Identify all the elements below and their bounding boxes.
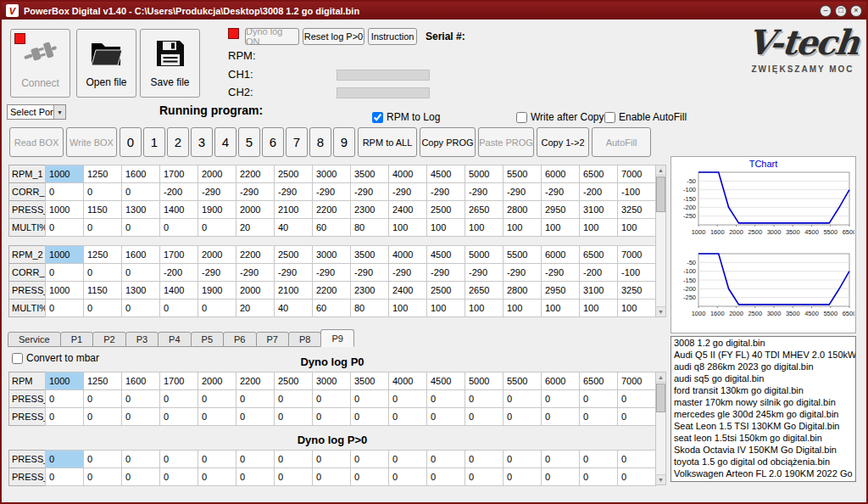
table-cell[interactable]: 2800 [503,281,542,300]
table-cell[interactable]: 1000 [45,165,84,183]
table-cell[interactable]: 1600 [121,372,160,390]
table-cell[interactable]: 0 [45,218,84,237]
table-cell[interactable]: 100 [579,218,618,237]
paste-prog-button[interactable]: Paste PROG [478,127,534,157]
table-cell[interactable]: 3500 [350,245,389,264]
table-cell[interactable]: 100 [426,218,465,237]
table-cell[interactable]: 0 [198,450,236,468]
tab[interactable]: P7 [256,332,289,347]
table-cell[interactable]: 0 [121,450,160,468]
tab[interactable]: P2 [92,332,125,347]
table-cell[interactable]: 100 [617,299,656,317]
table-cell[interactable]: 0 [617,468,656,486]
file-list-item[interactable]: audi sq5 go digital.bin [671,372,855,384]
table-cell[interactable]: 3500 [350,372,389,390]
table-cell[interactable]: 2800 [503,200,542,219]
table-cell[interactable]: 0 [465,468,504,486]
program-digit-button[interactable]: 6 [262,127,284,157]
table-cell[interactable]: 4000 [388,165,427,183]
table-cell[interactable]: 1700 [159,165,198,183]
table-cell[interactable]: 0 [426,450,465,468]
table-cell[interactable]: 4500 [426,372,465,390]
file-list-item[interactable]: Skoda Octavia IV 150KM Go Digital.bin [671,444,855,456]
connect-button[interactable]: Connect [10,29,70,98]
tab[interactable]: P4 [158,332,191,347]
table-cell[interactable]: 60 [312,299,351,317]
table-cell[interactable]: 0 [274,407,313,426]
table-cell[interactable]: 5000 [465,165,504,183]
table-cell[interactable]: 0 [83,468,122,486]
table-cell[interactable]: 0 [83,299,122,317]
table-cell[interactable]: 2400 [388,200,427,219]
table-cell[interactable]: -100 [617,263,656,282]
rpm-to-log-input[interactable] [372,112,383,123]
scroll-down-icon[interactable]: ▼ [656,474,665,484]
table-cell[interactable]: 1700 [159,372,198,390]
rpm-to-log-checkbox[interactable]: RPM to Log [372,111,440,123]
table-cell[interactable]: 0 [159,389,198,408]
table-cell[interactable]: -200 [159,182,198,201]
file-list-item[interactable]: master 170km nowy silnik go digital.bin [671,396,855,408]
table-cell[interactable]: 100 [503,218,542,237]
table-cell[interactable]: 0 [121,389,160,408]
table-cell[interactable]: 2500 [274,165,313,183]
table-cell[interactable]: 0 [350,389,389,408]
table-cell[interactable]: 0 [350,407,389,426]
table-cell[interactable]: 0 [45,299,84,317]
table-cell[interactable]: 2950 [541,200,580,219]
table-cell[interactable]: 0 [159,218,198,237]
table-cell[interactable]: 0 [121,182,160,201]
table-cell[interactable]: 3100 [579,200,618,219]
table-cell[interactable]: 0 [159,450,198,468]
table-cell[interactable]: -100 [617,182,656,201]
table-cell[interactable]: -290 [198,263,236,282]
select-port-dropdown[interactable]: Select Port ▼ [7,104,66,120]
table-cell[interactable]: 0 [312,407,351,426]
tab[interactable]: P6 [223,332,256,347]
table-cell[interactable]: -290 [541,182,580,201]
table-cell[interactable]: 1000 [45,281,84,300]
table-cell[interactable]: -290 [388,263,427,282]
program-digit-button[interactable]: 7 [286,127,308,157]
table-cell[interactable]: 0 [579,450,618,468]
table-cell[interactable]: 0 [503,450,542,468]
table-cell[interactable]: -290 [541,263,580,282]
table-cell[interactable]: 1150 [83,281,122,300]
table-cell[interactable]: 1900 [198,200,236,219]
table-cell[interactable]: 3250 [617,200,656,219]
table-cell[interactable]: 1150 [83,200,122,219]
table-cell[interactable]: 0 [121,468,160,486]
table-cell[interactable]: 100 [388,299,427,317]
table-cell[interactable]: 5000 [465,372,504,390]
table-cell[interactable]: 0 [236,407,275,426]
program-digit-button[interactable]: 1 [143,127,165,157]
table-cell[interactable]: 2950 [541,281,580,300]
table-cell[interactable]: 0 [274,468,313,486]
table-cell[interactable]: 100 [541,299,580,317]
table-cell[interactable]: 1000 [45,200,84,219]
file-list-item[interactable]: mercedes gle 300d 245km go digital.bin [671,408,855,420]
program-digit-button[interactable]: 3 [191,127,213,157]
table-cell[interactable]: 2000 [198,165,236,183]
table-cell[interactable]: 0 [121,218,160,237]
table-cell[interactable]: 0 [83,407,122,426]
table-cell[interactable]: 6500 [579,245,618,264]
write-after-copy-input[interactable] [516,112,527,123]
copy-1-to-2-button[interactable]: Copy 1->2 [537,127,589,157]
file-list-item[interactable]: audi q8 286km 2023 go digital.bin [671,361,855,372]
table-cell[interactable]: 0 [45,407,84,426]
table-cell[interactable]: 0 [541,389,580,408]
table-cell[interactable]: 100 [465,218,504,237]
file-list-item[interactable]: ford transit 130km go digital.bin [671,384,855,396]
table-cell[interactable]: 100 [465,299,504,317]
table-cell[interactable]: 0 [426,407,465,426]
open-file-button[interactable]: Open file [76,29,136,98]
table-cell[interactable]: 2500 [274,372,313,390]
save-file-button[interactable]: Save file [140,29,200,98]
table-cell[interactable]: 0 [312,389,351,408]
table-cell[interactable]: 0 [159,299,198,317]
write-box-button[interactable]: Write BOX [66,127,117,157]
table-cell[interactable]: -290 [312,263,351,282]
table-cell[interactable]: 0 [388,468,427,486]
table-cell[interactable]: 0 [198,407,236,426]
